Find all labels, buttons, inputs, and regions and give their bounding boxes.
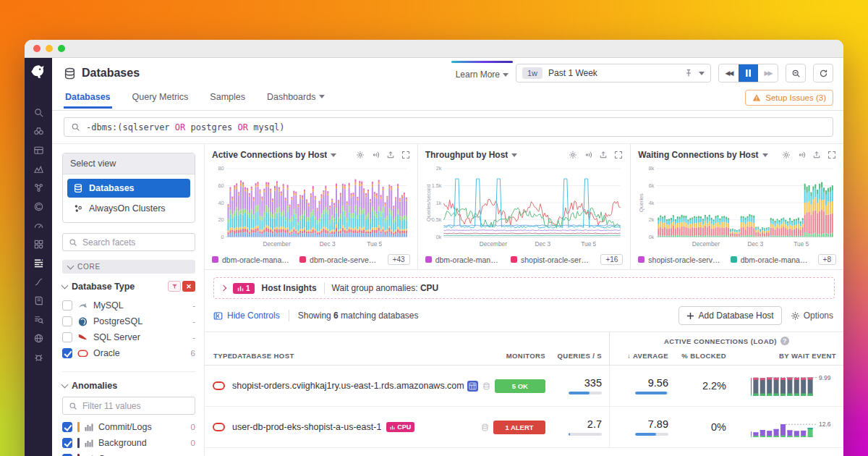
watchdog-icon[interactable] [27, 122, 49, 140]
chevron-down-icon[interactable] [331, 153, 336, 157]
clear-filter-button[interactable]: ✕ [182, 281, 195, 292]
column-header-wait[interactable]: BY WAIT EVENT [733, 348, 843, 365]
log-search-icon[interactable] [27, 310, 49, 329]
facet-search-input[interactable]: Search facets [62, 233, 195, 251]
tab-query-metrics[interactable]: Query Metrics [131, 92, 190, 109]
column-header-monitors[interactable]: MONITORS [467, 348, 553, 365]
time-back-button[interactable]: ◀◀ [719, 64, 739, 82]
cpu-anomaly-badge[interactable]: CPU [386, 422, 414, 432]
pin-icon[interactable] [684, 69, 693, 77]
checkbox[interactable] [62, 438, 72, 448]
apm-icon[interactable] [27, 197, 49, 216]
options-button[interactable]: Options [791, 311, 833, 321]
refresh-button[interactable] [813, 64, 833, 83]
legend-item[interactable]: shopist-oracle-serve... [511, 256, 592, 264]
facet-item-background[interactable]: Background0 [62, 435, 195, 451]
facet-anomalies-header[interactable]: Anomalies [62, 371, 195, 391]
time-range-picker[interactable]: 1w Past 1 Week [516, 64, 711, 83]
minimize-window-button[interactable] [46, 45, 53, 52]
fullscreen-icon[interactable] [401, 151, 410, 159]
forecast-icon[interactable] [371, 151, 380, 159]
view-option-alwayson-clusters[interactable]: AlwaysOn Clusters [67, 199, 190, 218]
export-icon[interactable] [599, 151, 608, 159]
legend-item[interactable]: dbm-oracle-manag... [212, 256, 291, 264]
facet-item-commit-logs[interactable]: Commit/Logs0 [62, 419, 195, 435]
hide-controls-button[interactable]: Hide Controls [213, 311, 280, 321]
facet-database-type-header[interactable]: Database Type ✕ [62, 281, 195, 292]
facet-item-sql-server[interactable]: SQL Server- [62, 329, 195, 345]
help-icon[interactable]: ? [780, 337, 789, 345]
checkbox[interactable] [62, 316, 72, 326]
table-row[interactable]: shopist-orders.cviighkaj1ry.us-east-1.rd… [205, 366, 843, 407]
help-chat-icon[interactable] [27, 449, 49, 456]
fullscreen-icon[interactable] [827, 151, 836, 159]
facet-item-mysql[interactable]: MySQL- [62, 297, 195, 313]
column-header-average[interactable]: ↓ AVERAGE [609, 348, 676, 365]
legend-overflow-badge[interactable]: +8 [818, 254, 836, 265]
legend-item[interactable]: dbm-oracle-manag... [731, 256, 809, 264]
facet-item-postgresql[interactable]: PostgreSQL- [62, 313, 195, 329]
export-icon[interactable] [812, 151, 821, 159]
settings-icon[interactable] [27, 347, 49, 366]
forecast-icon[interactable] [797, 151, 806, 159]
chevron-down-icon[interactable] [762, 153, 768, 157]
checkbox[interactable] [62, 422, 72, 432]
gear-icon[interactable] [569, 151, 577, 159]
forecast-icon[interactable] [584, 151, 592, 159]
checkbox[interactable] [62, 348, 72, 358]
logs-icon[interactable] [27, 291, 49, 310]
checkbox[interactable] [62, 332, 72, 342]
zoom-out-button[interactable] [786, 64, 806, 83]
column-header-blocked[interactable]: % BLOCKED [676, 348, 733, 365]
legend-overflow-badge[interactable]: +43 [388, 254, 410, 265]
host-insights-banner[interactable]: 1 Host Insights Wait group anomalies: CP… [213, 277, 835, 299]
column-header-queries[interactable]: QUERIES / S [553, 348, 609, 365]
chevron-down-icon[interactable] [699, 72, 705, 75]
legend-item[interactable]: dbm-oracle-server-... [299, 256, 379, 264]
tab-databases[interactable]: Databases [64, 92, 112, 109]
time-forward-button[interactable]: ▶▶ [758, 64, 778, 82]
dashboards-icon[interactable] [27, 140, 49, 159]
column-header-type[interactable]: TYPE [205, 348, 232, 365]
learn-more-button[interactable]: Learn More [456, 67, 509, 80]
monitor-status-badge[interactable]: 1 ALERT [493, 421, 545, 434]
facet-item-concurrency[interactable]: Concurrency0 [62, 451, 195, 456]
anomalies-filter-input[interactable]: Filter 11 values [62, 397, 195, 415]
infrastructure-icon[interactable] [27, 178, 49, 197]
monitor-status-badge[interactable]: 5 OK [495, 379, 545, 393]
add-database-host-button[interactable]: Add Database Host [678, 306, 782, 325]
export-icon[interactable] [386, 151, 395, 159]
table-row[interactable]: user-db-prod-eks-shopist-a-us-east-1CPU1… [205, 407, 843, 448]
chart-title[interactable]: Active Connections by Host [212, 150, 327, 160]
gear-icon[interactable] [356, 151, 365, 159]
view-option-databases[interactable]: Databases [67, 179, 190, 198]
search-icon[interactable] [27, 103, 49, 122]
tab-dashboards[interactable]: Dashboards [265, 92, 326, 109]
metrics-icon[interactable] [27, 159, 49, 178]
filter-icon[interactable] [168, 281, 181, 292]
fullscreen-icon[interactable] [614, 151, 623, 159]
traces-icon[interactable] [27, 272, 49, 291]
performance-icon[interactable] [27, 216, 49, 235]
tab-samples[interactable]: Samples [208, 92, 247, 109]
search-input[interactable]: -dbms:(sqlserver OR postgres OR mysql) [64, 117, 833, 137]
database-host-link[interactable]: shopist-orders.cviighkaj1ry.us-east-1.rd… [232, 381, 467, 391]
legend-item[interactable]: dbm-oracle-manag... [425, 256, 502, 264]
security-icon[interactable] [27, 329, 49, 347]
database-host-link[interactable]: user-db-prod-eks-shopist-a-us-east-1CPU [232, 422, 467, 432]
legend-item[interactable]: shopist-oracle-serve... [638, 256, 721, 264]
chart-title[interactable]: Waiting Connections by Host [638, 150, 758, 160]
chart-plot[interactable]: 020406080DecemberDec 3Tue 5 [212, 164, 410, 253]
column-header-host[interactable]: DATABASE HOST [232, 348, 467, 365]
zoom-window-button[interactable] [58, 45, 65, 52]
chevron-down-icon[interactable] [511, 153, 517, 157]
chart-title[interactable]: Throughput by Host [425, 150, 509, 160]
core-section-header[interactable]: CORE [62, 260, 195, 274]
facet-item-oracle[interactable]: Oracle6 [62, 345, 195, 361]
setup-issues-button[interactable]: Setup Issues (3) [745, 90, 833, 106]
chart-plot[interactable]: 0k2k4k6k8kQueriesDecemberDec 3Tue 5 [638, 164, 836, 253]
chart-plot[interactable]: 0k0.5k1k1.5k2kQueries/secondDecemberDec … [425, 164, 624, 253]
gear-icon[interactable] [782, 151, 791, 159]
close-window-button[interactable] [33, 45, 41, 52]
checkbox[interactable] [62, 300, 72, 311]
